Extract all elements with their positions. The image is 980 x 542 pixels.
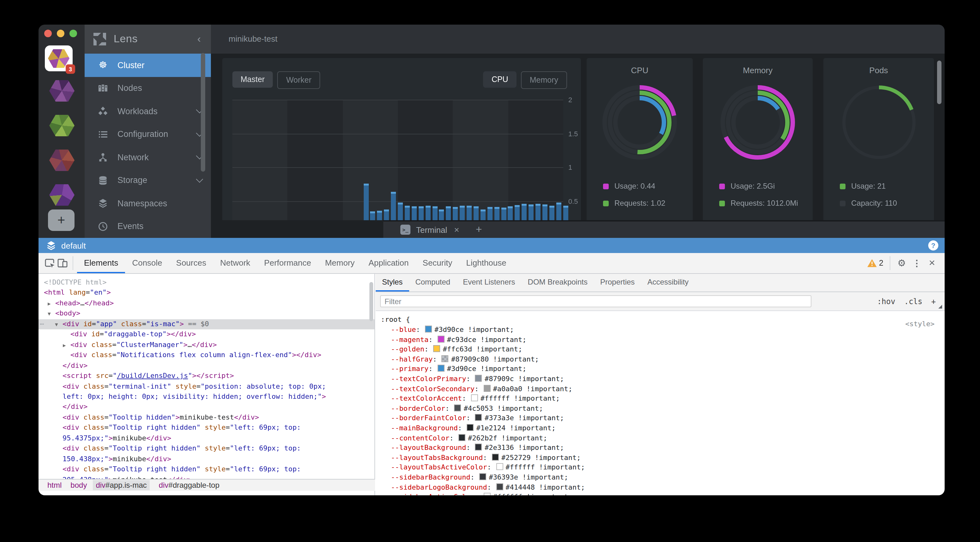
tree-line[interactable]: left: 0px; height: 0px; visibility: hidd…	[38, 392, 374, 402]
node-filter-master-button[interactable]: Master	[232, 71, 273, 88]
styles-tab-properties[interactable]: Properties	[594, 274, 641, 292]
css-property-name[interactable]: --borderFaintColor	[391, 414, 466, 422]
devtools-tab-memory[interactable]: Memory	[318, 253, 361, 273]
color-swatch[interactable]	[484, 385, 490, 391]
css-property-value[interactable]: #ffffff !important;	[506, 463, 585, 472]
tree-line[interactable]: <div id="draggable-top"></div>	[38, 330, 374, 340]
sidebar-item-configuration[interactable]: Configuration	[84, 123, 211, 146]
devtools-close-icon[interactable]: ×	[924, 257, 940, 269]
metric-cpu-button[interactable]: CPU	[484, 71, 517, 88]
tree-line[interactable]: <div class="Tooltip hidden">minikube-tes…	[38, 413, 374, 423]
css-var-line[interactable]: --layoutTabsActiveColor: #ffffff !import…	[391, 463, 945, 472]
css-var-line[interactable]: --layoutBackground: #2e3136 !important;	[391, 443, 945, 453]
styles-tab-computed[interactable]: Computed	[409, 274, 457, 292]
color-swatch[interactable]	[484, 493, 490, 495]
css-property-name[interactable]: --contentColor	[391, 434, 449, 442]
css-property-value[interactable]: #4c5053 !important;	[464, 404, 543, 413]
tree-line[interactable]: <html lang="en">	[38, 288, 374, 298]
tree-line[interactable]: ▼<body>	[38, 309, 374, 319]
terminal-close-icon[interactable]: ×	[454, 225, 459, 235]
css-property-value[interactable]: #ffc63d !important;	[443, 345, 522, 353]
cluster-button[interactable]	[49, 149, 75, 171]
sidebar-item-workloads[interactable]: Workloads	[84, 100, 211, 123]
color-swatch[interactable]	[475, 375, 482, 382]
css-var-line[interactable]: --textColorSecondary: #a0a0a0 !important…	[391, 384, 945, 394]
color-swatch[interactable]	[479, 473, 486, 480]
css-var-line[interactable]: --sidebarLogoBackground: #414448 !import…	[391, 482, 945, 492]
css-var-line[interactable]: --sidebarActiveColor: #ffffff !important…	[391, 492, 945, 495]
styles-filter-input[interactable]	[380, 295, 811, 307]
devtools-tab-application[interactable]: Application	[361, 253, 415, 273]
css-property-name[interactable]: --textColorPrimary	[391, 375, 466, 383]
tree-line[interactable]: 95.4375px;">minikube</div>	[38, 433, 374, 444]
sidebar-item-nodes[interactable]: Nodes	[84, 77, 211, 100]
tree-line[interactable]: <div class="Notifications flex column al…	[38, 350, 374, 361]
add-cluster-button[interactable]: +	[48, 209, 75, 231]
color-swatch[interactable]	[467, 424, 474, 431]
color-swatch[interactable]	[475, 444, 482, 450]
css-var-line[interactable]: --blue: #3d90ce !important;	[391, 325, 945, 335]
node-filter-worker-button[interactable]: Worker	[277, 71, 320, 89]
breadcrumb-item[interactable]: body	[70, 481, 87, 490]
tree-line[interactable]: <script src="/build/LensDev.js"></script…	[38, 371, 374, 382]
css-var-line[interactable]: --textColorPrimary: #87909c !important;	[391, 374, 945, 384]
css-var-line[interactable]: --halfGray: #87909c80 !important;	[391, 355, 945, 365]
warning-icon[interactable]	[867, 258, 877, 268]
help-button[interactable]: ?	[928, 240, 938, 250]
color-swatch[interactable]	[496, 483, 503, 490]
css-property-name[interactable]: --golden	[391, 345, 424, 353]
css-property-name[interactable]: --mainBackground	[391, 424, 458, 432]
resize-corner[interactable]	[938, 305, 942, 309]
sidebar-item-cluster[interactable]: ☸Cluster	[84, 54, 211, 77]
tree-line[interactable]: ▼⋯<div id="app" class="is-mac"> == $0	[38, 319, 374, 330]
css-var-line[interactable]: --layoutTabsBackground: #252729 !importa…	[391, 453, 945, 463]
css-property-name[interactable]: --halfGray	[391, 355, 433, 363]
color-swatch[interactable]	[496, 463, 503, 471]
settings-gear-icon[interactable]: ⚙	[894, 257, 909, 269]
css-property-value[interactable]: #87909c !important;	[485, 375, 564, 383]
css-property-value[interactable]: #ffffff !important;	[480, 395, 560, 403]
styles-tab-accessibility[interactable]: Accessibility	[641, 274, 695, 292]
css-property-value[interactable]: #87909c80 !important;	[451, 355, 539, 363]
tree-line[interactable]: <div class="Tooltip right hidden" style=…	[38, 464, 374, 475]
css-property-value[interactable]: #ffffff !important;	[493, 493, 573, 495]
styles-tab-dom-breakpoints[interactable]: DOM Breakpoints	[522, 274, 594, 292]
color-swatch[interactable]	[442, 355, 449, 362]
warning-count[interactable]: 2	[879, 259, 883, 268]
tree-line[interactable]: <!DOCTYPE html>	[38, 277, 374, 288]
cluster-button[interactable]	[49, 115, 75, 136]
terminal-add-icon[interactable]: +	[476, 223, 482, 236]
css-property-name[interactable]: --layoutBackground	[391, 444, 466, 452]
dashboard-scrollbar[interactable]	[937, 60, 942, 104]
color-swatch[interactable]	[438, 335, 444, 342]
devtools-tab-performance[interactable]: Performance	[257, 253, 318, 273]
css-property-value[interactable]: #c93dce !important;	[447, 335, 527, 344]
tree-line[interactable]: ▶<div class="ClusterManager">…</div>	[38, 340, 374, 350]
styles-tab-event-listeners[interactable]: Event Listeners	[457, 274, 521, 292]
css-property-name[interactable]: --magenta	[391, 335, 428, 344]
inspect-element-icon[interactable]	[44, 257, 56, 269]
css-property-value[interactable]: #414448 !important;	[506, 483, 585, 491]
tree-line[interactable]: <div class="Tooltip right hidden" style=…	[38, 444, 374, 454]
css-property-value[interactable]: #2e3136 !important;	[485, 444, 564, 452]
css-property-name[interactable]: --primary	[391, 365, 428, 373]
minimize-window-button[interactable]	[57, 30, 64, 37]
devtools-tab-console[interactable]: Console	[125, 253, 169, 273]
devtools-tab-lighthouse[interactable]: Lighthouse	[460, 253, 513, 273]
css-property-value[interactable]: #a0a0a0 !important;	[493, 385, 573, 393]
close-window-button[interactable]	[44, 30, 52, 37]
css-var-line[interactable]: --magenta: #c93dce !important;	[391, 335, 945, 344]
toggle-hover-state[interactable]: :hov	[877, 297, 896, 306]
css-property-value[interactable]: #252729 !important;	[501, 453, 581, 461]
css-property-name[interactable]: --sidebarLogoBackground	[391, 483, 487, 491]
style-source-link[interactable]: <style>	[905, 320, 934, 328]
css-var-line[interactable]: --textColorAccent: #ffffff !important;	[391, 394, 945, 404]
tree-line[interactable]: <div class="terminal-init" style="positi…	[38, 382, 374, 392]
breadcrumb-item[interactable]: div#app.is-mac	[92, 480, 150, 490]
color-swatch[interactable]	[475, 414, 482, 421]
css-property-name[interactable]: --layoutTabsActiveColor	[391, 463, 487, 472]
css-var-line[interactable]: --golden: #ffc63d !important;	[391, 344, 945, 354]
color-swatch[interactable]	[438, 365, 444, 372]
css-property-value[interactable]: #3d90ce !important;	[447, 365, 527, 373]
css-property-value[interactable]: #3d90ce !important;	[434, 326, 514, 334]
